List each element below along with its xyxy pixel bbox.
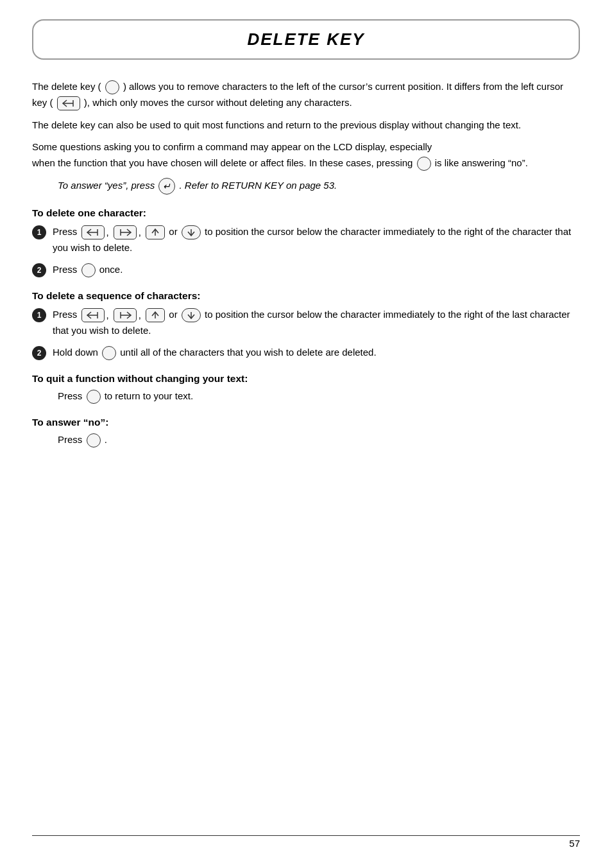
key-up — [146, 225, 165, 239]
return-key-icon: ↵ — [158, 178, 175, 195]
delete-one-step2: 2 Press once. — [32, 262, 580, 277]
page-number: 57 — [569, 838, 580, 849]
section-heading-1: To delete one character: — [32, 207, 580, 219]
key-rewind2 — [81, 308, 105, 322]
delete-key-step2 — [81, 263, 96, 277]
key-down — [182, 225, 201, 239]
delete-one-step1-text: Press , , or to position the cursor belo… — [53, 224, 580, 256]
delete-seq-step2: 2 Hold down until all of the characters … — [32, 345, 580, 360]
section-heading-2: To delete a sequence of characters: — [32, 290, 580, 302]
delete-key-icon2 — [417, 157, 431, 171]
key-down2 — [182, 308, 201, 322]
step-num-2: 2 — [32, 263, 46, 277]
section-heading-3: To quit a function without changing your… — [32, 373, 580, 385]
bottom-line — [32, 835, 580, 837]
intro-para1: The delete key ( ) allows you to remove … — [32, 79, 580, 111]
key-forward — [114, 225, 137, 239]
step-num-s1: 1 — [32, 308, 46, 322]
delete-key-icon — [105, 80, 119, 94]
italic-note: To answer “yes”, press ↵ . Refer to RETU… — [58, 178, 580, 195]
delete-seq-step1-text: Press , , or to position the cursor belo… — [53, 307, 580, 338]
key-up2 — [146, 308, 165, 322]
delete-key-no — [87, 433, 101, 447]
step-num-1: 1 — [32, 225, 46, 239]
delete-one-step1: 1 Press , , or to position the cursor be… — [32, 224, 580, 256]
intro-para3: Some questions asking you to confirm a c… — [32, 139, 580, 171]
key-rewind — [81, 225, 105, 239]
delete-key-quit — [87, 390, 101, 404]
step-num-s2: 2 — [32, 346, 46, 360]
title-box: DELETE KEY — [32, 19, 580, 60]
delete-one-step2-text: Press once. — [53, 262, 123, 277]
delete-seq-step1: 1 Press , , or to position the cursor be… — [32, 307, 580, 338]
answer-no-step: Press . — [58, 433, 580, 447]
page-title: DELETE KEY — [247, 30, 364, 49]
key-forward2 — [114, 308, 137, 322]
delete-seq-step2-text: Hold down until all of the characters th… — [53, 345, 377, 360]
left-cursor-key-icon — [57, 96, 80, 110]
quit-step: Press to return to your text. — [58, 390, 580, 404]
delete-key-hold — [102, 346, 116, 360]
section-heading-4: To answer “no”: — [32, 417, 580, 428]
intro-para2: The delete key can also be used to quit … — [32, 117, 580, 134]
